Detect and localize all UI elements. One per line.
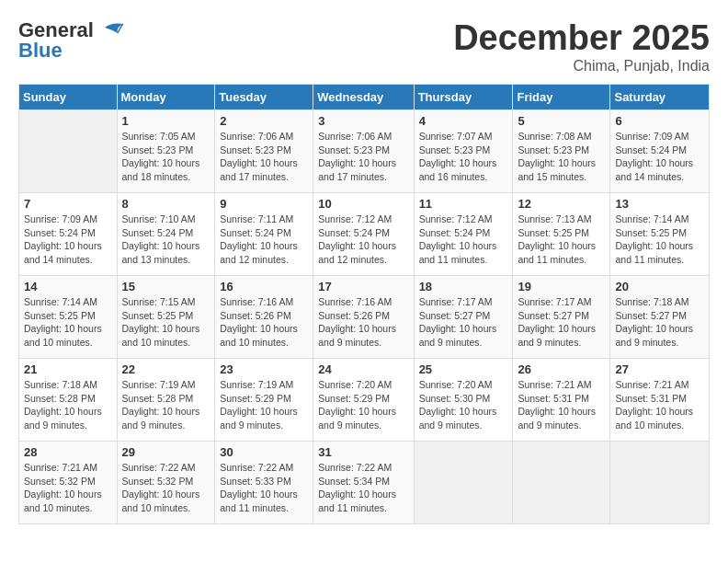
calendar-cell <box>610 442 710 524</box>
calendar-cell: 22Sunrise: 7:19 AM Sunset: 5:28 PM Dayli… <box>117 359 215 442</box>
day-number: 17 <box>318 280 408 293</box>
day-info: Sunrise: 7:07 AM Sunset: 5:23 PM Dayligh… <box>419 130 508 184</box>
calendar-cell: 5Sunrise: 7:08 AM Sunset: 5:23 PM Daylig… <box>513 110 610 193</box>
week-row-5: 28Sunrise: 7:21 AM Sunset: 5:32 PM Dayli… <box>19 442 710 524</box>
column-header-friday: Friday <box>513 85 610 110</box>
day-number: 3 <box>318 114 408 128</box>
calendar-cell <box>513 442 610 524</box>
calendar-cell: 2Sunrise: 7:06 AM Sunset: 5:23 PM Daylig… <box>215 110 313 193</box>
day-info: Sunrise: 7:18 AM Sunset: 5:27 PM Dayligh… <box>615 295 704 350</box>
day-info: Sunrise: 7:19 AM Sunset: 5:28 PM Dayligh… <box>122 378 210 432</box>
calendar-cell: 23Sunrise: 7:19 AM Sunset: 5:29 PM Dayli… <box>215 359 313 442</box>
day-info: Sunrise: 7:10 AM Sunset: 5:24 PM Dayligh… <box>122 213 210 267</box>
day-number: 25 <box>419 362 508 376</box>
day-info: Sunrise: 7:09 AM Sunset: 5:24 PM Dayligh… <box>24 213 112 267</box>
location: Chima, Punjab, India <box>453 58 710 75</box>
calendar-cell: 27Sunrise: 7:21 AM Sunset: 5:31 PM Dayli… <box>610 359 710 442</box>
logo-bird-icon <box>97 20 125 40</box>
day-number: 2 <box>220 114 308 128</box>
day-number: 24 <box>318 362 408 376</box>
column-header-sunday: Sunday <box>19 85 118 110</box>
day-number: 20 <box>615 280 704 293</box>
calendar-cell: 11Sunrise: 7:12 AM Sunset: 5:24 PM Dayli… <box>414 193 513 276</box>
day-info: Sunrise: 7:19 AM Sunset: 5:29 PM Dayligh… <box>220 378 308 432</box>
calendar-cell: 21Sunrise: 7:18 AM Sunset: 5:28 PM Dayli… <box>19 359 118 442</box>
day-number: 15 <box>122 280 210 293</box>
calendar-cell: 4Sunrise: 7:07 AM Sunset: 5:23 PM Daylig… <box>414 110 513 193</box>
title-area: December 2025 Chima, Punjab, India <box>453 18 710 75</box>
week-row-4: 21Sunrise: 7:18 AM Sunset: 5:28 PM Dayli… <box>19 359 710 442</box>
day-number: 1 <box>122 114 210 128</box>
day-number: 6 <box>615 114 704 128</box>
calendar-cell: 3Sunrise: 7:06 AM Sunset: 5:23 PM Daylig… <box>313 110 414 193</box>
calendar-cell: 6Sunrise: 7:09 AM Sunset: 5:24 PM Daylig… <box>610 110 710 193</box>
day-number: 12 <box>518 197 605 211</box>
day-info: Sunrise: 7:12 AM Sunset: 5:24 PM Dayligh… <box>419 213 508 267</box>
day-info: Sunrise: 7:21 AM Sunset: 5:31 PM Dayligh… <box>615 378 704 432</box>
logo-blue: Blue <box>18 39 63 63</box>
calendar-cell: 28Sunrise: 7:21 AM Sunset: 5:32 PM Dayli… <box>19 442 118 524</box>
calendar-cell: 25Sunrise: 7:20 AM Sunset: 5:30 PM Dayli… <box>414 359 513 442</box>
calendar-cell: 19Sunrise: 7:17 AM Sunset: 5:27 PM Dayli… <box>513 276 610 359</box>
day-info: Sunrise: 7:14 AM Sunset: 5:25 PM Dayligh… <box>615 213 704 267</box>
day-info: Sunrise: 7:13 AM Sunset: 5:25 PM Dayligh… <box>518 213 605 267</box>
calendar-cell: 18Sunrise: 7:17 AM Sunset: 5:27 PM Dayli… <box>414 276 513 359</box>
day-info: Sunrise: 7:17 AM Sunset: 5:27 PM Dayligh… <box>518 295 605 350</box>
day-number: 28 <box>24 445 112 459</box>
day-info: Sunrise: 7:21 AM Sunset: 5:31 PM Dayligh… <box>518 378 605 432</box>
day-info: Sunrise: 7:15 AM Sunset: 5:25 PM Dayligh… <box>122 295 210 350</box>
day-info: Sunrise: 7:16 AM Sunset: 5:26 PM Dayligh… <box>318 295 408 350</box>
day-info: Sunrise: 7:18 AM Sunset: 5:28 PM Dayligh… <box>24 378 112 432</box>
day-number: 9 <box>220 197 308 211</box>
day-number: 27 <box>615 362 704 376</box>
day-info: Sunrise: 7:22 AM Sunset: 5:33 PM Dayligh… <box>220 461 308 515</box>
day-number: 18 <box>419 280 508 293</box>
calendar-cell: 1Sunrise: 7:05 AM Sunset: 5:23 PM Daylig… <box>117 110 215 193</box>
calendar-cell: 7Sunrise: 7:09 AM Sunset: 5:24 PM Daylig… <box>19 193 118 276</box>
column-headers: SundayMondayTuesdayWednesdayThursdayFrid… <box>19 85 710 110</box>
day-number: 4 <box>419 114 508 128</box>
column-header-tuesday: Tuesday <box>215 85 313 110</box>
day-number: 29 <box>122 445 210 459</box>
day-number: 22 <box>122 362 210 376</box>
week-row-3: 14Sunrise: 7:14 AM Sunset: 5:25 PM Dayli… <box>19 276 710 359</box>
calendar-cell: 10Sunrise: 7:12 AM Sunset: 5:24 PM Dayli… <box>313 193 414 276</box>
calendar-cell: 17Sunrise: 7:16 AM Sunset: 5:26 PM Dayli… <box>313 276 414 359</box>
week-row-2: 7Sunrise: 7:09 AM Sunset: 5:24 PM Daylig… <box>19 193 710 276</box>
calendar-cell: 31Sunrise: 7:22 AM Sunset: 5:34 PM Dayli… <box>313 442 414 524</box>
calendar-cell: 16Sunrise: 7:16 AM Sunset: 5:26 PM Dayli… <box>215 276 313 359</box>
day-info: Sunrise: 7:12 AM Sunset: 5:24 PM Dayligh… <box>318 213 408 267</box>
day-info: Sunrise: 7:17 AM Sunset: 5:27 PM Dayligh… <box>419 295 508 350</box>
calendar-table: SundayMondayTuesdayWednesdayThursdayFrid… <box>18 84 710 524</box>
day-info: Sunrise: 7:20 AM Sunset: 5:30 PM Dayligh… <box>419 378 508 432</box>
page-header: General Blue December 2025 Chima, Punjab… <box>18 18 710 75</box>
calendar-cell: 12Sunrise: 7:13 AM Sunset: 5:25 PM Dayli… <box>513 193 610 276</box>
calendar-cell: 8Sunrise: 7:10 AM Sunset: 5:24 PM Daylig… <box>117 193 215 276</box>
column-header-saturday: Saturday <box>610 85 710 110</box>
day-number: 19 <box>518 280 605 293</box>
calendar-cell: 20Sunrise: 7:18 AM Sunset: 5:27 PM Dayli… <box>610 276 710 359</box>
day-number: 8 <box>122 197 210 211</box>
day-info: Sunrise: 7:09 AM Sunset: 5:24 PM Dayligh… <box>615 130 704 184</box>
day-number: 10 <box>318 197 408 211</box>
day-info: Sunrise: 7:22 AM Sunset: 5:32 PM Dayligh… <box>122 461 210 515</box>
calendar-cell: 15Sunrise: 7:15 AM Sunset: 5:25 PM Dayli… <box>117 276 215 359</box>
day-info: Sunrise: 7:20 AM Sunset: 5:29 PM Dayligh… <box>318 378 408 432</box>
day-info: Sunrise: 7:06 AM Sunset: 5:23 PM Dayligh… <box>220 130 308 184</box>
day-info: Sunrise: 7:22 AM Sunset: 5:34 PM Dayligh… <box>318 461 408 515</box>
day-info: Sunrise: 7:05 AM Sunset: 5:23 PM Dayligh… <box>122 130 210 184</box>
week-row-1: 1Sunrise: 7:05 AM Sunset: 5:23 PM Daylig… <box>19 110 710 193</box>
calendar-cell: 30Sunrise: 7:22 AM Sunset: 5:33 PM Dayli… <box>215 442 313 524</box>
day-number: 7 <box>24 197 112 211</box>
column-header-thursday: Thursday <box>414 85 513 110</box>
column-header-monday: Monday <box>117 85 215 110</box>
calendar-cell <box>414 442 513 524</box>
day-number: 14 <box>24 280 112 293</box>
column-header-wednesday: Wednesday <box>313 85 414 110</box>
day-number: 21 <box>24 362 112 376</box>
day-info: Sunrise: 7:16 AM Sunset: 5:26 PM Dayligh… <box>220 295 308 350</box>
calendar-cell: 14Sunrise: 7:14 AM Sunset: 5:25 PM Dayli… <box>19 276 118 359</box>
day-info: Sunrise: 7:08 AM Sunset: 5:23 PM Dayligh… <box>518 130 605 184</box>
day-info: Sunrise: 7:21 AM Sunset: 5:32 PM Dayligh… <box>24 461 112 515</box>
day-number: 30 <box>220 445 308 459</box>
